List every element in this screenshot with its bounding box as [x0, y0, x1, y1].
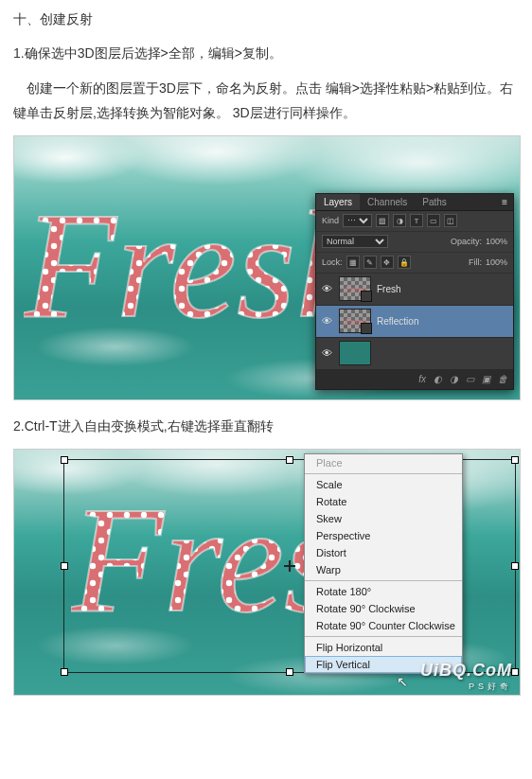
panel-blend-row: Normal Opacity: 100%: [316, 232, 513, 253]
filter-type-icon[interactable]: T: [410, 214, 423, 227]
transform-center-icon[interactable]: [284, 560, 295, 572]
figure-2-free-transform: Fresh PlaceScaleRotateSkewPerspectiveDis…: [13, 449, 521, 696]
layer-item-fresh[interactable]: 👁 Fresh Fresh: [316, 274, 513, 306]
visibility-eye-icon[interactable]: 👁: [320, 347, 333, 359]
menu-item-warp[interactable]: Warp: [305, 561, 462, 578]
transform-handle[interactable]: [61, 562, 68, 570]
opacity-label: Opacity:: [451, 237, 482, 246]
filter-pixel-icon[interactable]: ▧: [376, 214, 389, 227]
layer-thumb: Fresh: [339, 276, 371, 301]
menu-separator: [305, 636, 462, 637]
filter-kind-label: Kind: [322, 216, 339, 225]
transform-context-menu[interactable]: PlaceScaleRotateSkewPerspectiveDistortWa…: [304, 453, 463, 674]
panel-footer: fx ◐ ◑ ▭ ▣ 🗑: [316, 370, 513, 389]
section-heading: 十、创建反射: [13, 8, 519, 31]
filter-kind-select[interactable]: ⋯: [343, 214, 372, 227]
lock-label: Lock:: [322, 257, 343, 267]
menu-item-rotate[interactable]: Rotate: [305, 493, 462, 510]
cursor-icon: ↖: [397, 674, 408, 689]
watermark: UiBQ.CoM PS好奇: [420, 661, 512, 693]
menu-item-place: Place: [305, 454, 462, 471]
folder-icon[interactable]: ▭: [466, 374, 474, 384]
tab-channels[interactable]: Channels: [360, 197, 415, 207]
menu-separator: [305, 580, 462, 581]
menu-item-skew[interactable]: Skew: [305, 510, 462, 527]
panel-filter-row: Kind ⋯ ▧ ◑ T ▭ ◫: [316, 211, 513, 232]
transform-handle[interactable]: [61, 668, 68, 676]
fx-icon[interactable]: fx: [418, 374, 426, 384]
lock-pos-icon[interactable]: ✥: [381, 256, 394, 269]
filter-adjust-icon[interactable]: ◑: [393, 214, 406, 227]
layer-item-reflection[interactable]: 👁 Fresh Reflection: [316, 306, 513, 338]
transform-handle[interactable]: [286, 668, 293, 676]
lock-all-icon[interactable]: 🔒: [398, 256, 411, 269]
layer-name-label: Reflection: [377, 316, 418, 327]
transform-handle[interactable]: [511, 668, 519, 676]
step-2: 2.Ctrl-T进入自由变换模式,右键选择垂直翻转: [13, 414, 519, 439]
visibility-eye-icon[interactable]: 👁: [320, 315, 333, 327]
panel-lock-row: Lock: ▦ ✎ ✥ 🔒 Fill: 100%: [316, 253, 513, 274]
panel-menu-icon[interactable]: ≡: [496, 197, 513, 207]
layer-item-background[interactable]: 👁: [316, 338, 513, 370]
trash-icon[interactable]: 🗑: [498, 374, 507, 384]
visibility-eye-icon[interactable]: 👁: [320, 283, 333, 294]
transform-handle[interactable]: [61, 456, 68, 464]
tab-layers[interactable]: Layers: [316, 194, 360, 210]
menu-item-distort[interactable]: Distort: [305, 544, 462, 561]
tab-paths[interactable]: Paths: [415, 197, 454, 207]
new-layer-icon[interactable]: ▣: [482, 374, 490, 384]
menu-item-rotate-90-counter-clockwise[interactable]: Rotate 90° Counter Clockwise: [305, 617, 462, 634]
menu-item-rotate-90-clockwise[interactable]: Rotate 90° Clockwise: [305, 600, 462, 617]
menu-item-scale[interactable]: Scale: [305, 476, 462, 493]
watermark-main: UiBQ.CoM: [420, 661, 512, 680]
lock-trans-icon[interactable]: ▦: [346, 256, 360, 269]
blend-mode-select[interactable]: Normal: [322, 235, 388, 248]
watermark-sub: PS好奇: [420, 681, 512, 693]
layer-thumb: [339, 341, 371, 365]
fill-label: Fill:: [469, 257, 482, 267]
layer-thumb: Fresh: [339, 309, 371, 333]
menu-item-flip-horizontal[interactable]: Flip Horizontal: [305, 639, 462, 656]
transform-handle[interactable]: [286, 456, 293, 464]
menu-separator: [305, 473, 462, 474]
opacity-value[interactable]: 100%: [486, 237, 507, 246]
step-1-line-1: 1.确保选中3D图层后选择>全部，编辑>复制。: [13, 41, 519, 66]
panel-tabs: Layers Channels Paths ≡: [316, 194, 513, 211]
filter-smart-icon[interactable]: ◫: [444, 214, 457, 227]
lock-pixel-icon[interactable]: ✎: [364, 256, 377, 269]
menu-item-rotate-180-[interactable]: Rotate 180°: [305, 583, 462, 600]
step-1-line-2: 创建一个新的图层置于3D层下，命名为反射。点击 编辑>选择性粘贴>粘贴到位。右键…: [13, 76, 519, 126]
layer-name-label: Fresh: [377, 284, 401, 294]
transform-handle[interactable]: [511, 562, 519, 570]
mask-icon[interactable]: ◐: [434, 374, 442, 384]
fill-value[interactable]: 100%: [486, 257, 507, 267]
layers-panel[interactable]: Layers Channels Paths ≡ Kind ⋯ ▧ ◑ T ▭ ◫: [315, 193, 514, 390]
layers-list: 👁 Fresh Fresh 👁 Fresh Reflection 👁: [316, 274, 513, 370]
adjust-icon[interactable]: ◑: [450, 374, 458, 384]
menu-item-perspective[interactable]: Perspective: [305, 527, 462, 544]
transform-handle[interactable]: [511, 456, 519, 464]
figure-1-ocean-fresh: Fresh Layers Channels Paths ≡ Kind ⋯ ▧ ◑…: [13, 135, 521, 400]
filter-shape-icon[interactable]: ▭: [427, 214, 440, 227]
